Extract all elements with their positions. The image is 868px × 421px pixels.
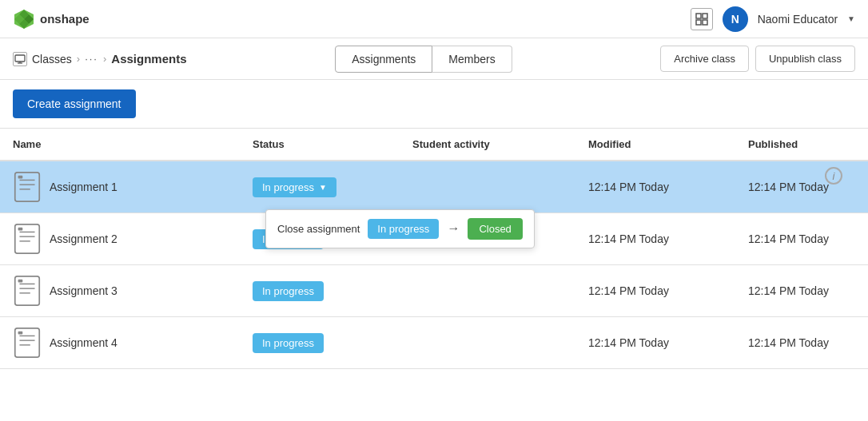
user-name-label: Naomi Educator (758, 13, 838, 26)
status-dropdown-button-1[interactable]: In progress ▼ (253, 177, 336, 197)
cell-activity-3 (412, 281, 588, 300)
status-dropdown-arrow-1: ▼ (319, 183, 327, 192)
cell-name-2: Assignment 2 (13, 213, 253, 264)
user-dropdown-arrow[interactable]: ▼ (847, 14, 855, 23)
content-area: Create assignment (0, 80, 868, 129)
assignment-name-4: Assignment 4 (50, 336, 117, 349)
create-assignment-button[interactable]: Create assignment (13, 89, 136, 118)
info-icon[interactable]: i (825, 167, 842, 185)
svg-rect-21 (18, 228, 23, 231)
svg-rect-26 (18, 280, 23, 283)
breadcrumb-classes-link[interactable]: Classes (13, 52, 72, 66)
logo-svg (13, 8, 35, 30)
svg-rect-7 (696, 20, 701, 25)
col-header-status: Status (253, 135, 412, 153)
tab-members[interactable]: Members (432, 46, 512, 73)
breadcrumb-bar: Classes › ··· › Assignments Assignments … (0, 38, 868, 80)
closed-button[interactable]: Closed (468, 218, 522, 240)
cell-published-2: 12:14 PM Today (748, 223, 868, 255)
nav-right: N Naomi Educator ▼ (691, 6, 855, 32)
dropdown-action-label: Close assignment (277, 223, 360, 235)
assignments-table: Assignment 1 In progress ▼ Close assignm… (0, 161, 868, 369)
cell-status-1: In progress ▼ Close assignment In progre… (253, 168, 412, 207)
table-row: Assignment 1 In progress ▼ Close assignm… (0, 161, 868, 213)
published-time-2: 12:14 PM Today (748, 232, 829, 245)
assignment-name-3: Assignment 3 (50, 284, 117, 297)
avatar[interactable]: N (723, 6, 748, 32)
svg-rect-16 (18, 176, 23, 179)
assignment-name-1: Assignment 1 (50, 181, 117, 193)
published-time-3: 12:14 PM Today (748, 284, 829, 297)
svg-rect-9 (15, 55, 25, 62)
status-label-1: In progress (262, 181, 314, 193)
grid-icon (695, 13, 708, 26)
cell-modified-3: 12:14 PM Today (588, 275, 748, 307)
breadcrumb-more-button[interactable]: ··· (85, 53, 98, 65)
breadcrumb-sep-1: › (77, 53, 80, 65)
assignment-icon-1 (13, 171, 42, 203)
assignment-name-2: Assignment 2 (50, 232, 117, 245)
classes-label: Classes (32, 53, 72, 66)
modified-time-4: 12:14 PM Today (588, 336, 669, 349)
col-header-published: Published (748, 135, 868, 153)
status-badge-4[interactable]: In progress (253, 333, 324, 353)
top-navigation: onshape N Naomi Educator ▼ (0, 0, 868, 38)
svg-rect-6 (703, 14, 707, 18)
col-header-name: Name (13, 135, 253, 153)
modified-time-2: 12:14 PM Today (588, 232, 669, 245)
table-row: Assignment 4 In progress 12:14 PM Today … (0, 317, 868, 369)
svg-rect-5 (696, 14, 701, 18)
table-row: Assignment 3 In progress 12:14 PM Today … (0, 265, 868, 317)
modified-time-1: 12:14 PM Today (588, 181, 669, 193)
cell-published-4: 12:14 PM Today (748, 327, 868, 359)
cell-published-1: 12:14 PM Today (748, 171, 868, 203)
logo-text: onshape (40, 12, 90, 26)
breadcrumb-current-page: Assignments (111, 52, 186, 66)
tab-group: Assignments Members (335, 46, 512, 73)
cell-modified-4: 12:14 PM Today (588, 327, 748, 359)
action-buttons: Archive class Unpublish class (660, 46, 855, 72)
svg-rect-31 (18, 332, 23, 335)
col-header-activity: Student activity (412, 135, 588, 153)
assignment-icon-4 (13, 327, 42, 359)
status-badge-3[interactable]: In progress (253, 281, 324, 301)
nav-left: onshape (13, 8, 90, 30)
published-time-1: 12:14 PM Today (748, 181, 829, 193)
tab-assignments[interactable]: Assignments (335, 46, 432, 73)
assignment-icon-3 (13, 275, 42, 307)
cell-modified-1: 12:14 PM Today (588, 171, 748, 203)
cell-name-4: Assignment 4 (13, 317, 253, 368)
monitor-icon (14, 54, 26, 64)
avatar-initials: N (731, 13, 739, 26)
classes-icon (13, 52, 27, 66)
svg-rect-8 (703, 20, 707, 25)
status-dropdown-popup: Close assignment In progress → Closed (265, 209, 535, 248)
table-header: Name Status Student activity Modified Pu… (0, 129, 868, 161)
assignment-icon-2 (13, 223, 42, 255)
archive-class-button[interactable]: Archive class (660, 46, 749, 72)
published-time-4: 12:14 PM Today (748, 336, 829, 349)
cell-activity-4 (412, 333, 588, 352)
cell-name-3: Assignment 3 (13, 265, 253, 316)
cell-status-3: In progress (253, 272, 412, 311)
cell-activity-1 (412, 177, 588, 197)
breadcrumb: Classes › ··· › Assignments (13, 52, 187, 66)
cell-modified-2: 12:14 PM Today (588, 223, 748, 255)
col-header-modified: Modified (588, 135, 748, 153)
modified-time-3: 12:14 PM Today (588, 284, 669, 297)
grid-view-button[interactable] (691, 8, 713, 30)
dropdown-current-status: In progress (368, 219, 439, 239)
cell-name-1: Assignment 1 (13, 161, 253, 212)
breadcrumb-sep-2: › (103, 53, 106, 65)
cell-published-3: 12:14 PM Today (748, 275, 868, 307)
unpublish-class-button[interactable]: Unpublish class (755, 46, 855, 72)
dropdown-arrow-icon: → (447, 221, 460, 236)
cell-status-4: In progress (253, 324, 412, 363)
onshape-logo[interactable]: onshape (13, 8, 90, 30)
